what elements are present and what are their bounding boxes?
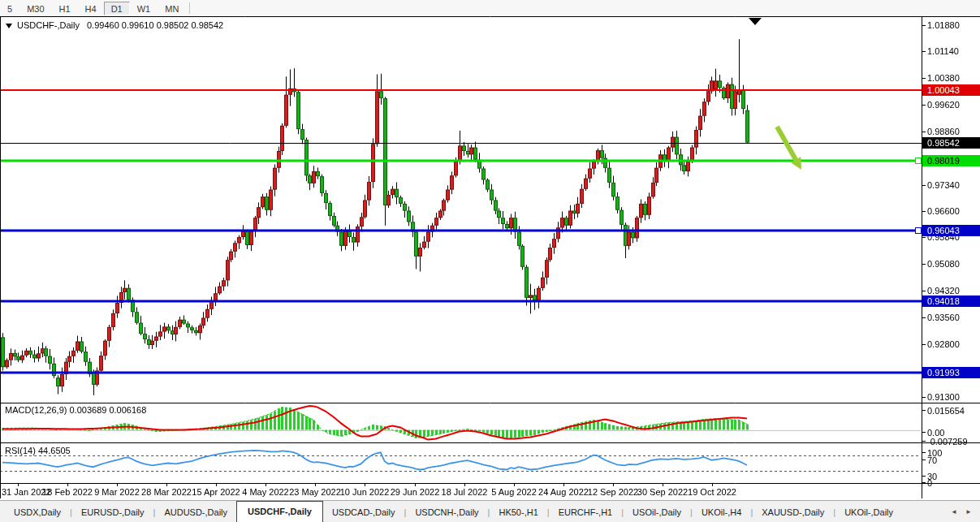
date-axis-label: 18 Feb 2022 (42, 487, 93, 497)
price-axis-label: 1.01140 (927, 46, 959, 56)
price-axis-label: 0.98860 (927, 127, 960, 136)
date-axis-label: 18 Jul 2022 (442, 487, 488, 497)
macd-name: MACD(12,26,9) (5, 405, 67, 415)
price-axis-label: 0.95080 (927, 259, 960, 269)
timeframe-button-w1[interactable]: W1 (130, 2, 158, 15)
symbol-tab-audusd[interactable]: AUDUSD-,Daily (155, 503, 236, 522)
rsi-scale-label: 0 (927, 478, 932, 488)
chart-title: USDCHF-,Daily0.99460 0.99610 0.98502 0.9… (6, 20, 223, 30)
price-badge: 0.98019 (922, 155, 980, 166)
price-badge: 1.00043 (922, 84, 980, 96)
macd-values: 0.003689 0.006168 (69, 405, 146, 415)
timeframe-button-d1[interactable]: D1 (104, 2, 130, 15)
chart-ohlc-values: 0.99460 0.99610 0.98502 0.98542 (87, 20, 223, 30)
symbol-tab-ukoil[interactable]: UKOil-,Daily (835, 503, 902, 522)
price-axis-label: 0.92800 (927, 339, 960, 349)
price-axis-label: 0.96600 (927, 206, 960, 216)
timeframe-button-mn[interactable]: MN (158, 2, 186, 15)
timeframe-button-5[interactable]: 5 (0, 2, 19, 15)
symbol-tab-usdchf[interactable]: USDCHF-,Daily (236, 501, 323, 522)
price-axis-label: 0.93560 (927, 313, 960, 322)
tab-scroll-arrows[interactable]: ◄ ► (951, 508, 975, 516)
symbol-tab-hk50[interactable]: HK50-,H1 (490, 503, 546, 522)
timeframe-button-m30[interactable]: M30 (19, 2, 51, 15)
symbol-tab-bar: USDX,Daily|EURUSD-,Daily|AUDUSD-,DailyUS… (0, 500, 980, 522)
price-axis-label: 1.00380 (927, 73, 960, 83)
date-axis-label: 30 Sep 2022 (637, 487, 688, 497)
date-axis-label: 9 Mar 2022 (94, 487, 140, 497)
rsi-name: RSI(14) (5, 446, 36, 455)
price-badge: 0.91993 (922, 367, 980, 378)
symbol-tab-eurchf[interactable]: EURCHF-,H1 (550, 503, 622, 522)
symbol-tab-usoil[interactable]: USOil-,Daily (624, 503, 690, 522)
date-axis-label: 12 Sep 2022 (588, 487, 638, 497)
toolbar-separator (189, 2, 190, 14)
symbol-tab-ukoil[interactable]: UKOil-,H4 (693, 503, 751, 522)
price-axis-label: 0.99620 (927, 100, 960, 110)
date-axis-label: 19 Oct 2022 (688, 487, 736, 497)
date-axis-label: 28 Mar 2022 (141, 487, 192, 497)
timeframe-button-h4[interactable]: H4 (78, 2, 104, 15)
symbol-tab-usdcad[interactable]: USDCAD-,Daily (323, 503, 404, 522)
timeframe-toolbar: 5M30H1H4D1W1MN (0, 0, 980, 16)
price-badge: 0.98542 (922, 137, 980, 149)
symbol-tab-usdcnh[interactable]: USDCNH-,Daily (406, 503, 487, 522)
collapse-triangle-icon[interactable] (6, 24, 12, 28)
date-axis-label: 4 May 2022 (242, 487, 288, 497)
macd-label: MACD(12,26,9) 0.003689 0.006168 (5, 405, 146, 415)
price-axis-label: 0.91300 (927, 392, 960, 402)
price-badge: 0.94018 (922, 296, 980, 307)
chart-canvas[interactable] (0, 0, 980, 522)
macd-scale-label: 0.015654 (927, 406, 965, 416)
date-axis-label: 23 May 2022 (289, 487, 341, 497)
chart-symbol-label: USDCHF-,Daily (17, 20, 80, 30)
rsi-scale-label: 70 (927, 455, 937, 465)
price-axis-label: 1.01880 (927, 20, 960, 30)
macd-scale-label: -0.007259 (927, 437, 968, 447)
rsi-label: RSI(14) 44.6505 (5, 446, 71, 455)
date-axis-label: 5 Aug 2022 (491, 487, 537, 497)
date-axis-label: 24 Aug 2022 (538, 487, 589, 497)
date-axis-label: 29 Jun 2022 (391, 487, 440, 497)
date-axis-label: 15 Apr 2022 (192, 487, 240, 497)
price-badge: 0.96043 (922, 225, 980, 236)
price-axis-label: 0.94320 (927, 286, 960, 296)
timeframe-button-h1[interactable]: H1 (52, 2, 78, 15)
price-axis-label: 0.97340 (927, 180, 960, 190)
symbol-tab-xauusd[interactable]: XAUUSD-,Daily (753, 503, 833, 522)
symbol-tab-eurusd[interactable]: EURUSD-,Daily (72, 503, 153, 522)
rsi-value: 44.6505 (38, 446, 71, 455)
date-axis-label: 10 Jun 2022 (340, 487, 390, 497)
symbol-tab-usdx[interactable]: USDX,Daily (5, 503, 70, 522)
